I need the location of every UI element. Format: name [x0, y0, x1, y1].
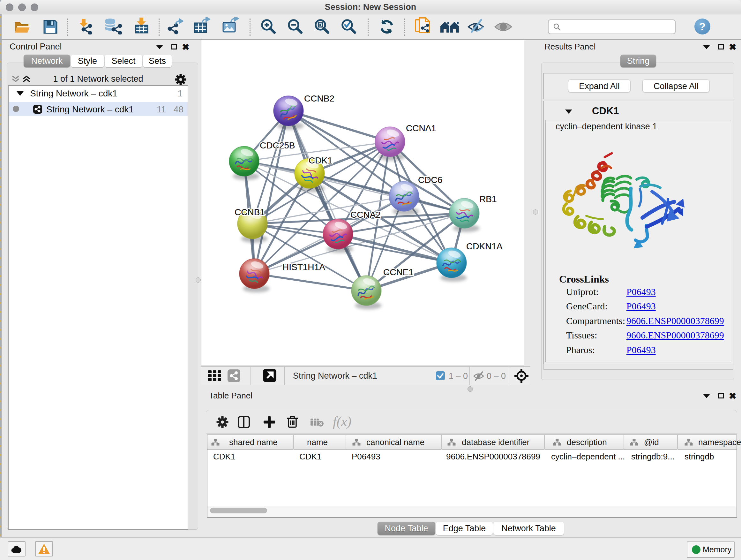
svg-text:CCNA2: CCNA2	[350, 210, 381, 220]
svg-text:CCNE1: CCNE1	[383, 267, 414, 277]
svg-text:CDK1: CDK1	[309, 155, 333, 165]
svg-text:HIST1H1A: HIST1H1A	[282, 262, 325, 272]
svg-text:CCNA1: CCNA1	[406, 123, 436, 133]
svg-text:RB1: RB1	[479, 194, 496, 204]
svg-text:CDC6: CDC6	[418, 175, 442, 185]
svg-text:CDC25B: CDC25B	[260, 140, 295, 150]
svg-text:CDKN1A: CDKN1A	[466, 241, 502, 251]
svg-text:CCNB1: CCNB1	[234, 207, 265, 217]
svg-text:CCNB2: CCNB2	[304, 94, 334, 104]
